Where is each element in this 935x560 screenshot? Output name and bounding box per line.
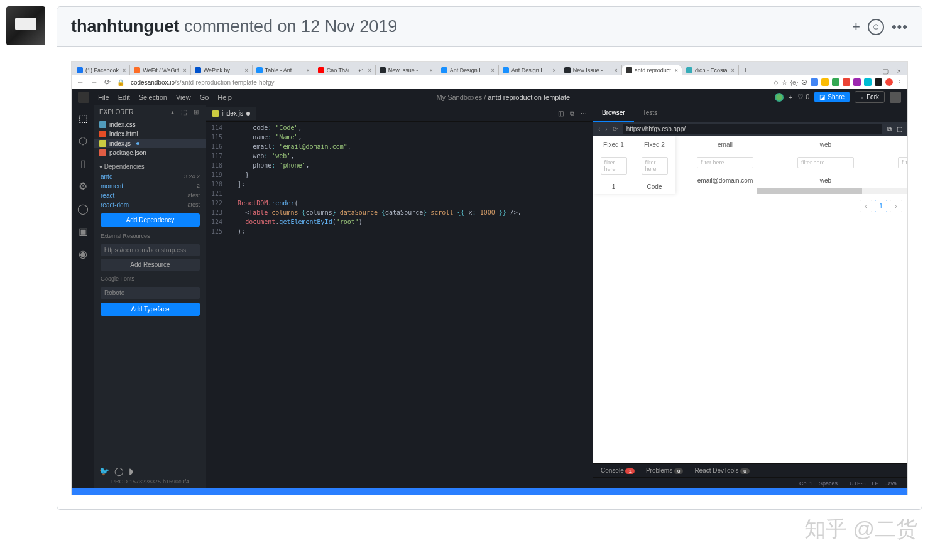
close-icon[interactable]: × [429,67,432,73]
dependency-item[interactable]: react-domlatest [99,200,201,210]
file-item[interactable]: package.json [94,148,206,158]
preview-reload-icon[interactable]: ⟳ [613,126,618,132]
col-phone[interactable]: phone [876,136,907,153]
close-icon[interactable]: × [552,67,555,73]
user-avatar-icon[interactable] [890,92,901,103]
filter-input[interactable]: filter here [697,157,753,168]
browser-tab[interactable]: dich - Ecosia× [682,65,739,75]
close-icon[interactable]: × [123,67,126,73]
scroll-columns[interactable]: emailwebphone filter herefilter herefilt… [675,136,907,194]
reload-icon[interactable]: ⟳ [104,78,111,87]
smile-icon[interactable]: ☺ [868,19,884,35]
comment-author[interactable]: thanhtunguet [71,17,179,36]
explorer-icon[interactable]: ⬚ [77,112,89,124]
browser-tab[interactable]: antd reproduct× [622,65,682,75]
status-item[interactable]: Java… [885,480,902,487]
browser-tab[interactable]: WePick by We…× [191,65,253,75]
kebab-icon[interactable]: ••• [892,19,908,35]
dependency-item[interactable]: moment2 [99,181,201,191]
plus-icon[interactable]: + [852,19,860,35]
browser-tab[interactable]: New Issue - ant× [560,65,622,75]
filter-input[interactable]: filter here [898,157,907,168]
preview-url-input[interactable] [623,124,882,134]
filter-input[interactable]: filter here [797,157,854,168]
close-icon[interactable]: × [183,67,186,73]
browser-tab[interactable]: WeFit / WeGift× [130,65,190,75]
maximize-icon[interactable]: ▢ [882,67,889,75]
horizontal-scrollbar[interactable] [757,188,907,194]
add-resource-button[interactable]: Add Resource [101,259,200,271]
col-fixed1[interactable]: Fixed 1 [593,136,634,153]
status-item[interactable]: Col 1 [799,480,812,487]
menu-selection[interactable]: Selection [139,94,167,101]
twitter-icon[interactable]: 🐦 [99,466,109,476]
open-window-icon[interactable]: ⧉ [887,126,892,133]
reload-sandbox-icon[interactable] [775,93,784,102]
preview-back-icon[interactable]: ‹ [598,126,600,132]
close-icon[interactable]: × [675,67,678,73]
address-bar[interactable]: codesandbox.io/s/antd-reproduction-templ… [131,79,767,86]
col-web[interactable]: web [775,136,876,153]
status-item[interactable]: UTF-8 [850,480,866,487]
menu-edit[interactable]: Edit [118,94,130,101]
tab-browser[interactable]: Browser [593,105,634,122]
browser-tab[interactable]: Cao Thái S…+1× [314,65,376,75]
breadcrumb[interactable]: My Sandboxes / antd reproduction templat… [436,94,570,101]
forward-icon[interactable]: → [90,78,98,87]
more-icon[interactable]: ⋯ [581,110,587,117]
status-item[interactable]: LF [872,480,878,487]
file-icon[interactable]: ▯ [77,157,89,170]
back-icon[interactable]: ← [77,78,84,87]
console-tab[interactable]: React DevTools 0 [694,467,749,474]
minimize-icon[interactable]: — [867,67,873,75]
spectrum-icon[interactable]: ◗ [129,466,133,476]
page-next[interactable]: › [890,200,902,212]
status-item[interactable]: Spaces… [819,480,843,487]
explorer-actions[interactable]: ▴ ⬚ ⊞ [171,109,201,116]
close-icon[interactable]: × [306,67,309,73]
page-1[interactable]: 1 [875,200,887,212]
deploy-icon[interactable]: ▣ [77,225,89,237]
github-footer-icon[interactable]: ◯ [114,466,124,476]
avatar[interactable] [6,6,45,45]
file-item[interactable]: index.html [94,129,206,139]
filter-input[interactable]: filter here [601,157,627,175]
codesandbox-logo-icon[interactable] [78,92,89,103]
filter-input[interactable]: filter here [642,157,668,175]
console-bar[interactable]: Console 1Problems 0React DevTools 0 [593,463,907,477]
close-icon[interactable]: × [731,67,735,73]
share-button[interactable]: ◪ Share [814,92,850,102]
close-icon[interactable]: × [491,67,494,73]
console-tab[interactable]: Console 1 [601,467,635,474]
close-icon[interactable]: × [614,67,617,73]
external-resource-input[interactable]: https://cdn.com/bootstrap.css [101,244,200,256]
split-icon[interactable]: ◫ [558,110,564,117]
preview-forward-icon[interactable]: › [605,126,607,132]
fullscreen-icon[interactable]: ▢ [897,126,902,132]
close-window-icon[interactable]: × [897,67,901,75]
col-fixed2[interactable]: Fixed 2 [634,136,675,153]
browser-tab[interactable]: Table - Ant Des× [253,65,314,75]
add-icon[interactable]: + [789,94,792,101]
file-item[interactable]: index.js [94,139,206,148]
cube-icon[interactable]: ⬡ [77,134,89,147]
page-prev[interactable]: ‹ [860,200,872,212]
browser-tab[interactable]: Ant Design Issu× [437,65,499,75]
browser-tab[interactable]: New Issue - ant× [376,65,437,75]
dependencies-header[interactable]: ▾ Dependencies [99,161,201,172]
close-icon[interactable]: × [244,67,248,73]
browser-tab[interactable]: Ant Design Issu× [499,65,560,75]
add-typeface-button[interactable]: Add Typeface [101,303,200,316]
fork-button[interactable]: ⑂ Fork [855,91,885,103]
col-email[interactable]: email [675,136,775,153]
dependency-item[interactable]: antd3.24.2 [99,172,201,181]
new-tab-button[interactable]: + [739,65,753,75]
add-dependency-button[interactable]: Add Dependency [101,213,200,227]
menu-file[interactable]: File [98,94,109,101]
file-item[interactable]: index.css [94,120,206,129]
comment-date[interactable]: on 12 Nov 2019 [278,17,398,36]
browser-tab[interactable]: (1) Facebook× [73,65,130,75]
dependency-item[interactable]: reactlatest [99,191,201,200]
console-tab[interactable]: Problems 0 [646,467,683,474]
live-icon[interactable]: ◉ [77,247,89,260]
